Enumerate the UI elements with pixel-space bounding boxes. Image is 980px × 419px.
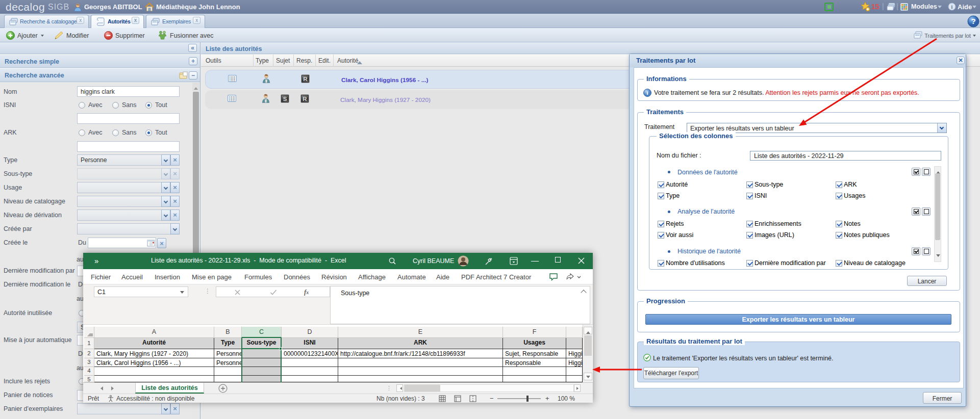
svg-text:?: ? <box>971 17 975 25</box>
svg-text:i: i <box>646 90 648 96</box>
svg-text:i: i <box>951 4 953 10</box>
